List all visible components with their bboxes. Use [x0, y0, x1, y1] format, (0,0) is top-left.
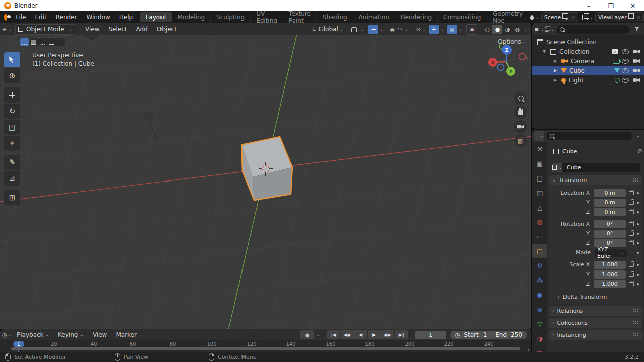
- workspace-tab-shading[interactable]: Shading: [317, 12, 353, 22]
- timeline-collapse-arrow[interactable]: ‹: [527, 347, 529, 352]
- lock-icon[interactable]: [629, 222, 634, 226]
- maximize-button[interactable]: ❐: [600, 0, 622, 11]
- mode-dropdown[interactable]: Object Mode⌄: [15, 24, 75, 35]
- tab-object-properties[interactable]: ▢: [532, 244, 547, 258]
- viewport-menu-view[interactable]: View: [80, 23, 104, 35]
- lock-icon[interactable]: [629, 201, 634, 205]
- auto-keying-button[interactable]: ●: [300, 330, 314, 339]
- workspace-tab-layout[interactable]: Layout: [140, 12, 172, 22]
- transform-panel-header[interactable]: ⌄ Transform: [549, 175, 642, 185]
- drag-grip-icon[interactable]: [633, 178, 639, 182]
- prev-keyframe-button[interactable]: ◀◆: [341, 330, 354, 339]
- properties-search-input[interactable]: [546, 132, 632, 140]
- animate-dot[interactable]: [637, 274, 639, 276]
- remove-view-layer-icon[interactable]: ×: [636, 14, 641, 21]
- workspace-tab-texture-paint[interactable]: Texture Paint: [283, 12, 317, 22]
- location-y-field[interactable]: 0 m: [594, 199, 626, 207]
- snap-toggle-button[interactable]: [349, 25, 359, 34]
- lock-icon[interactable]: [629, 232, 634, 236]
- tool-move[interactable]: [4, 87, 20, 103]
- hide-eye-icon[interactable]: [622, 49, 629, 54]
- snap-options-chevron[interactable]: ⌄: [360, 27, 364, 32]
- tab-physics-properties[interactable]: ◉: [532, 288, 547, 302]
- location-x-field[interactable]: 0 m: [594, 189, 626, 197]
- workspace-tab-geometry-nodes[interactable]: Geometry Noc: [487, 12, 528, 22]
- animate-dot[interactable]: [637, 202, 639, 204]
- shading-chevron[interactable]: ⌄: [524, 27, 528, 32]
- disable-render-icon[interactable]: [633, 78, 640, 82]
- lock-icon[interactable]: [629, 282, 634, 286]
- snap-with-chevron[interactable]: ⌄: [380, 27, 384, 32]
- instancing-panel-header[interactable]: › Instancing: [549, 330, 642, 340]
- transform-orientation-dropdown[interactable]: ∟ Global⌄: [310, 25, 346, 34]
- options-dropdown[interactable]: Options⌄: [498, 38, 526, 45]
- tool-annotate[interactable]: ✎: [4, 155, 20, 170]
- outliner-row-collection[interactable]: ▼ Collection ✓: [532, 47, 644, 56]
- jump-to-start-button[interactable]: |◀: [327, 330, 340, 339]
- rotation-y-field[interactable]: 0°: [594, 230, 626, 238]
- shading-material-button[interactable]: ◑: [502, 25, 512, 34]
- exclude-checkbox[interactable]: ✓: [612, 49, 618, 54]
- rotation-x-field[interactable]: 0°: [594, 220, 626, 228]
- disable-render-icon[interactable]: [633, 68, 640, 73]
- properties-editor-type-button[interactable]: ≡⌄: [534, 131, 544, 141]
- stopwatch-icon[interactable]: ◷: [455, 332, 460, 338]
- select-extend-button[interactable]: [56, 38, 65, 46]
- keying-set-chevron[interactable]: ⌄: [316, 332, 320, 337]
- outliner-row-light[interactable]: ▶ Light: [532, 75, 644, 85]
- pan-button[interactable]: [514, 106, 527, 119]
- select-lasso-button[interactable]: [47, 38, 56, 46]
- drag-grip-icon[interactable]: [633, 309, 639, 313]
- menu-edit[interactable]: Edit: [30, 11, 51, 23]
- play-button[interactable]: ▶: [368, 330, 381, 339]
- outliner-row-camera[interactable]: ▶ Camera: [532, 56, 644, 66]
- playhead[interactable]: 1: [13, 341, 24, 347]
- current-frame-field[interactable]: 1: [415, 331, 446, 339]
- tab-tool-properties[interactable]: ⚒: [532, 142, 547, 156]
- next-keyframe-button[interactable]: ◆▶: [381, 330, 394, 339]
- play-reverse-button[interactable]: ◀: [354, 330, 367, 339]
- overlays-chevron[interactable]: ⌄: [459, 27, 463, 32]
- disable-render-icon[interactable]: [633, 49, 640, 54]
- hide-eye-icon[interactable]: [622, 59, 629, 64]
- minimize-button[interactable]: –: [578, 0, 600, 11]
- pin-icon[interactable]: ⚲: [636, 147, 644, 155]
- shading-solid-button[interactable]: ●: [492, 25, 502, 34]
- tool-cursor[interactable]: ⊕: [4, 68, 20, 83]
- object-id-button[interactable]: ⌄: [552, 163, 562, 172]
- editor-type-button[interactable]: ⊞⌄: [2, 25, 12, 34]
- tool-select-box[interactable]: [4, 52, 20, 67]
- gizmo-chevron[interactable]: ⌄: [440, 27, 444, 32]
- new-scene-icon[interactable]: [561, 15, 567, 20]
- disclosure-triangle-icon[interactable]: ▼: [541, 49, 547, 54]
- select-circle-button[interactable]: [38, 38, 47, 46]
- proportional-edit-button[interactable]: ◉: [387, 25, 397, 34]
- delta-transform-subpanel[interactable]: › Delta Transform: [549, 292, 642, 302]
- select-box-button[interactable]: [29, 38, 38, 46]
- workspace-tab-animation[interactable]: Animation: [353, 12, 395, 22]
- animate-dot[interactable]: [637, 283, 639, 285]
- menu-render[interactable]: Render: [51, 11, 82, 23]
- tab-modifier-properties[interactable]: ⚙: [532, 258, 547, 273]
- unlink-scene-icon[interactable]: ×: [571, 14, 575, 21]
- timeline-scrollbar[interactable]: [11, 347, 520, 350]
- view-layer-browse-button[interactable]: ⌄: [582, 15, 593, 20]
- xray-toggle-button[interactable]: ▣: [466, 24, 477, 35]
- tab-texture-properties[interactable]: ▩: [532, 346, 547, 352]
- menu-window[interactable]: Window: [82, 11, 114, 23]
- ortho-toggle-button[interactable]: ▦: [514, 134, 527, 147]
- timeline-menu-playback[interactable]: Playback⌄: [12, 329, 53, 341]
- disclosure-triangle-icon[interactable]: ▶: [552, 78, 558, 82]
- animate-dot[interactable]: [637, 252, 639, 254]
- tab-material-properties[interactable]: ◑: [532, 331, 547, 346]
- properties-options-chevron[interactable]: ⌄: [636, 133, 640, 138]
- disclosure-triangle-icon[interactable]: ▶: [552, 59, 558, 63]
- timeline-menu-view[interactable]: View: [88, 329, 111, 341]
- outliner-row-scene-collection[interactable]: Scene Collection: [532, 37, 644, 47]
- menu-file[interactable]: File: [11, 11, 30, 23]
- end-frame-field[interactable]: 250: [511, 331, 522, 338]
- tool-rotate[interactable]: ↻: [4, 104, 20, 119]
- object-name-input[interactable]: Cube: [562, 163, 640, 172]
- show-overlays-button[interactable]: ◎: [447, 25, 457, 34]
- sidebar-collapse-arrow[interactable]: ‹: [526, 54, 528, 61]
